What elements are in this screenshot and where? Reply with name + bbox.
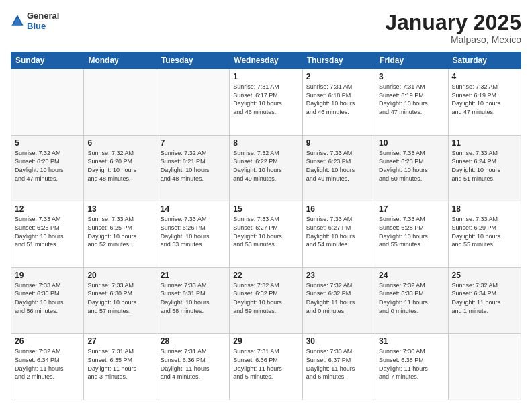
day-info: Sunrise: 7:30 AM Sunset: 6:37 PM Dayligh… bbox=[306, 347, 371, 381]
day-info: Sunrise: 7:30 AM Sunset: 6:38 PM Dayligh… bbox=[379, 347, 444, 381]
day-number: 11 bbox=[452, 138, 517, 148]
calendar-cell: 16Sunrise: 7:33 AM Sunset: 6:27 PM Dayli… bbox=[302, 201, 375, 268]
day-info: Sunrise: 7:33 AM Sunset: 6:31 PM Dayligh… bbox=[161, 281, 226, 315]
calendar-cell: 17Sunrise: 7:33 AM Sunset: 6:28 PM Dayli… bbox=[375, 201, 448, 268]
day-info: Sunrise: 7:33 AM Sunset: 6:27 PM Dayligh… bbox=[233, 215, 298, 248]
day-number: 28 bbox=[161, 336, 226, 346]
calendar-week-row: 19Sunrise: 7:33 AM Sunset: 6:30 PM Dayli… bbox=[11, 267, 521, 334]
weekday-header-friday: Friday bbox=[375, 52, 448, 69]
calendar-cell: 15Sunrise: 7:33 AM Sunset: 6:27 PM Dayli… bbox=[230, 201, 302, 268]
day-number: 1 bbox=[233, 72, 298, 81]
day-number: 30 bbox=[306, 336, 371, 346]
calendar-cell bbox=[157, 69, 229, 136]
day-info: Sunrise: 7:32 AM Sunset: 6:22 PM Dayligh… bbox=[233, 149, 298, 183]
day-info: Sunrise: 7:33 AM Sunset: 6:30 PM Dayligh… bbox=[87, 281, 152, 315]
day-info: Sunrise: 7:33 AM Sunset: 6:24 PM Dayligh… bbox=[452, 149, 517, 183]
day-info: Sunrise: 7:33 AM Sunset: 6:23 PM Dayligh… bbox=[379, 149, 444, 183]
weekday-header-wednesday: Wednesday bbox=[230, 52, 302, 69]
calendar-week-row: 5Sunrise: 7:32 AM Sunset: 6:20 PM Daylig… bbox=[11, 135, 521, 201]
calendar-cell: 5Sunrise: 7:32 AM Sunset: 6:20 PM Daylig… bbox=[11, 135, 84, 201]
calendar-cell: 31Sunrise: 7:30 AM Sunset: 6:38 PM Dayli… bbox=[375, 334, 448, 400]
day-info: Sunrise: 7:32 AM Sunset: 6:20 PM Dayligh… bbox=[15, 149, 80, 183]
calendar-cell: 2Sunrise: 7:31 AM Sunset: 6:18 PM Daylig… bbox=[302, 69, 375, 136]
logo-blue-label: Blue bbox=[27, 21, 59, 31]
day-number: 2 bbox=[306, 72, 371, 81]
day-number: 6 bbox=[87, 138, 152, 148]
calendar-cell: 12Sunrise: 7:33 AM Sunset: 6:25 PM Dayli… bbox=[11, 201, 84, 268]
calendar-cell: 29Sunrise: 7:31 AM Sunset: 6:36 PM Dayli… bbox=[230, 334, 302, 400]
calendar-cell: 23Sunrise: 7:32 AM Sunset: 6:32 PM Dayli… bbox=[302, 267, 375, 334]
day-number: 27 bbox=[87, 336, 152, 346]
calendar-cell: 30Sunrise: 7:30 AM Sunset: 6:37 PM Dayli… bbox=[302, 334, 375, 400]
day-number: 20 bbox=[87, 271, 152, 280]
logo: General Blue bbox=[11, 11, 59, 31]
calendar-cell bbox=[11, 69, 84, 136]
day-number: 3 bbox=[379, 72, 444, 81]
day-number: 26 bbox=[15, 336, 80, 346]
location-subtitle: Malpaso, Mexico bbox=[385, 34, 521, 45]
calendar-cell: 7Sunrise: 7:32 AM Sunset: 6:21 PM Daylig… bbox=[157, 135, 229, 201]
day-number: 31 bbox=[379, 336, 444, 346]
day-number: 16 bbox=[306, 204, 371, 214]
day-info: Sunrise: 7:32 AM Sunset: 6:32 PM Dayligh… bbox=[233, 281, 298, 315]
calendar-cell: 10Sunrise: 7:33 AM Sunset: 6:23 PM Dayli… bbox=[375, 135, 448, 201]
day-info: Sunrise: 7:33 AM Sunset: 6:25 PM Dayligh… bbox=[15, 215, 80, 248]
calendar-cell: 13Sunrise: 7:33 AM Sunset: 6:25 PM Dayli… bbox=[84, 201, 157, 268]
day-number: 17 bbox=[379, 204, 444, 214]
calendar-table: SundayMondayTuesdayWednesdayThursdayFrid… bbox=[11, 52, 521, 400]
day-number: 13 bbox=[87, 204, 152, 214]
calendar-cell: 8Sunrise: 7:32 AM Sunset: 6:22 PM Daylig… bbox=[230, 135, 302, 201]
day-number: 19 bbox=[15, 271, 80, 280]
weekday-header-thursday: Thursday bbox=[302, 52, 375, 69]
day-info: Sunrise: 7:33 AM Sunset: 6:29 PM Dayligh… bbox=[452, 215, 517, 248]
calendar-cell bbox=[84, 69, 157, 136]
logo-text: General Blue bbox=[27, 11, 59, 31]
day-number: 25 bbox=[452, 271, 517, 280]
calendar-cell: 22Sunrise: 7:32 AM Sunset: 6:32 PM Dayli… bbox=[230, 267, 302, 334]
day-info: Sunrise: 7:33 AM Sunset: 6:25 PM Dayligh… bbox=[87, 215, 152, 248]
day-info: Sunrise: 7:32 AM Sunset: 6:20 PM Dayligh… bbox=[87, 149, 152, 183]
calendar-cell: 27Sunrise: 7:31 AM Sunset: 6:35 PM Dayli… bbox=[84, 334, 157, 400]
page: General Blue January 2025 Malpaso, Mexic… bbox=[0, 0, 532, 411]
day-info: Sunrise: 7:33 AM Sunset: 6:27 PM Dayligh… bbox=[306, 215, 371, 248]
day-number: 7 bbox=[161, 138, 226, 148]
day-number: 22 bbox=[233, 271, 298, 280]
day-info: Sunrise: 7:32 AM Sunset: 6:33 PM Dayligh… bbox=[379, 281, 444, 315]
day-info: Sunrise: 7:32 AM Sunset: 6:32 PM Dayligh… bbox=[306, 281, 371, 315]
calendar-week-row: 12Sunrise: 7:33 AM Sunset: 6:25 PM Dayli… bbox=[11, 201, 521, 268]
weekday-header-sunday: Sunday bbox=[11, 52, 84, 69]
calendar-cell: 20Sunrise: 7:33 AM Sunset: 6:30 PM Dayli… bbox=[84, 267, 157, 334]
day-info: Sunrise: 7:33 AM Sunset: 6:23 PM Dayligh… bbox=[306, 149, 371, 183]
weekday-header-saturday: Saturday bbox=[448, 52, 521, 69]
day-info: Sunrise: 7:31 AM Sunset: 6:18 PM Dayligh… bbox=[306, 83, 371, 116]
day-info: Sunrise: 7:32 AM Sunset: 6:34 PM Dayligh… bbox=[15, 347, 80, 381]
day-info: Sunrise: 7:31 AM Sunset: 6:36 PM Dayligh… bbox=[233, 347, 298, 381]
day-info: Sunrise: 7:31 AM Sunset: 6:17 PM Dayligh… bbox=[233, 83, 298, 116]
weekday-header-monday: Monday bbox=[84, 52, 157, 69]
calendar-cell: 6Sunrise: 7:32 AM Sunset: 6:20 PM Daylig… bbox=[84, 135, 157, 201]
day-number: 18 bbox=[452, 204, 517, 214]
day-info: Sunrise: 7:31 AM Sunset: 6:36 PM Dayligh… bbox=[161, 347, 226, 381]
day-number: 9 bbox=[306, 138, 371, 148]
logo-icon bbox=[11, 14, 24, 28]
calendar-cell: 4Sunrise: 7:32 AM Sunset: 6:19 PM Daylig… bbox=[448, 69, 521, 136]
header: General Blue January 2025 Malpaso, Mexic… bbox=[11, 11, 521, 45]
header-row: SundayMondayTuesdayWednesdayThursdayFrid… bbox=[11, 52, 521, 69]
calendar-week-row: 1Sunrise: 7:31 AM Sunset: 6:17 PM Daylig… bbox=[11, 69, 521, 136]
calendar-cell: 25Sunrise: 7:32 AM Sunset: 6:34 PM Dayli… bbox=[448, 267, 521, 334]
calendar-week-row: 26Sunrise: 7:32 AM Sunset: 6:34 PM Dayli… bbox=[11, 334, 521, 400]
day-info: Sunrise: 7:32 AM Sunset: 6:21 PM Dayligh… bbox=[161, 149, 226, 183]
day-number: 4 bbox=[452, 72, 517, 81]
day-info: Sunrise: 7:33 AM Sunset: 6:30 PM Dayligh… bbox=[15, 281, 80, 315]
day-number: 24 bbox=[379, 271, 444, 280]
day-info: Sunrise: 7:31 AM Sunset: 6:19 PM Dayligh… bbox=[379, 83, 444, 116]
day-info: Sunrise: 7:33 AM Sunset: 6:26 PM Dayligh… bbox=[161, 215, 226, 248]
calendar-cell: 19Sunrise: 7:33 AM Sunset: 6:30 PM Dayli… bbox=[11, 267, 84, 334]
calendar-cell: 1Sunrise: 7:31 AM Sunset: 6:17 PM Daylig… bbox=[230, 69, 302, 136]
calendar-cell: 18Sunrise: 7:33 AM Sunset: 6:29 PM Dayli… bbox=[448, 201, 521, 268]
day-info: Sunrise: 7:32 AM Sunset: 6:34 PM Dayligh… bbox=[452, 281, 517, 315]
day-number: 23 bbox=[306, 271, 371, 280]
calendar-cell: 28Sunrise: 7:31 AM Sunset: 6:36 PM Dayli… bbox=[157, 334, 229, 400]
day-number: 10 bbox=[379, 138, 444, 148]
weekday-header-tuesday: Tuesday bbox=[157, 52, 229, 69]
